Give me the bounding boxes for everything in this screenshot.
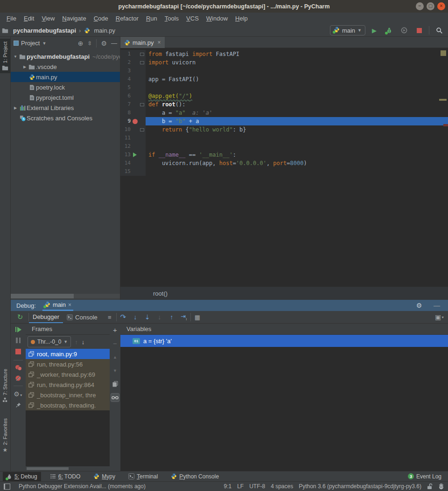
frame-row[interactable]: _worker, thread.py:69 <box>26 369 110 380</box>
menu-navigate[interactable]: Navigate <box>58 14 90 23</box>
toolwindow-button-python-console[interactable]: Python Console <box>167 472 223 481</box>
mute-breakpoints-icon[interactable] <box>15 375 21 381</box>
smart-step-into-icon[interactable]: ↓ <box>154 312 165 322</box>
toolwindow-button-5-debug[interactable]: 5: Debug <box>3 472 41 481</box>
toolwindow-toggle-icon[interactable] <box>4 484 10 490</box>
menu-view[interactable]: View <box>38 14 58 23</box>
fold-marker-icon[interactable] <box>139 128 145 131</box>
debug-session-tab[interactable]: main × <box>42 300 73 311</box>
fold-marker-icon[interactable] <box>139 61 145 64</box>
settings-icon[interactable]: ⚙ <box>101 40 107 47</box>
breakpoint-icon[interactable] <box>131 119 139 124</box>
menu-edit[interactable]: Edit <box>20 14 38 23</box>
gutter[interactable]: 1 <box>120 50 146 58</box>
tree-item-poetry-lock[interactable]: poetry.lock <box>11 82 120 92</box>
toolwindow-button-terminal[interactable]: Terminal <box>125 472 161 481</box>
gutter[interactable]: 15 <box>120 167 146 176</box>
force-step-into-icon[interactable]: ⇣ <box>142 312 153 322</box>
tree-item-main-py[interactable]: main.py <box>11 72 120 82</box>
menu-help[interactable]: Help <box>231 14 252 23</box>
menu-window[interactable]: Window <box>203 14 231 23</box>
settings-icon[interactable]: ⚙▼ <box>14 390 23 398</box>
frame-row[interactable]: run, thread.py:56 <box>26 359 110 369</box>
debug-icon[interactable] <box>384 25 394 35</box>
move-up-icon[interactable]: ▲ <box>111 353 119 361</box>
pause-icon[interactable] <box>16 338 21 345</box>
breakpoint-dot[interactable] <box>133 119 138 124</box>
show-watches-icon[interactable] <box>111 393 119 402</box>
menu-refactor[interactable]: Refactor <box>112 14 142 23</box>
status-message[interactable]: Python Debugger Extension Avail... (mome… <box>19 483 146 490</box>
add-icon[interactable]: + <box>111 325 119 334</box>
fold-square[interactable] <box>140 128 144 131</box>
window-minimize-button[interactable]: − <box>416 2 424 10</box>
caret-position[interactable]: 9:1 <box>224 483 231 490</box>
code-line-15[interactable]: 15 <box>120 167 448 176</box>
tab-console[interactable]: Console <box>63 311 101 323</box>
toolwindow-button-mypy[interactable]: Mypy <box>90 472 119 481</box>
event-log-button[interactable]: 3 Event Log <box>404 472 445 481</box>
lock-icon[interactable] <box>427 483 433 490</box>
run-line-icon[interactable] <box>131 152 139 157</box>
run-arrow[interactable] <box>133 152 137 157</box>
gutter[interactable]: 2 <box>120 58 146 67</box>
frame-row[interactable]: _bootstrap, threading. <box>26 400 110 410</box>
fold-square[interactable] <box>140 53 144 56</box>
run-config-selector[interactable]: main ▼ <box>330 25 365 35</box>
view-breakpoints-icon[interactable] <box>15 365 22 371</box>
indent-setting[interactable]: 4 spaces <box>271 483 293 490</box>
previous-frame-icon[interactable]: ↑ <box>75 339 78 346</box>
pin-icon[interactable] <box>15 402 21 408</box>
evaluate-icon[interactable]: ▦ <box>192 312 203 322</box>
gutter[interactable]: 10 <box>120 125 146 134</box>
chevron-right-icon[interactable]: ▶ <box>22 65 28 69</box>
title-bar[interactable]: pycharmdebugfastapi [~/code/pycharmdebug… <box>0 0 448 13</box>
close-icon[interactable]: × <box>68 302 71 308</box>
tree-item-external-libraries[interactable]: ▶External Libraries <box>11 103 120 113</box>
remove-icon[interactable]: − <box>111 339 119 348</box>
stop-icon[interactable] <box>414 25 424 35</box>
window-close-button[interactable]: × <box>437 2 445 10</box>
tree-item-scratches-and-consoles[interactable]: Scratches and Consoles <box>11 113 120 123</box>
coverage-icon[interactable] <box>399 25 409 35</box>
gutter[interactable]: 3 <box>120 67 146 75</box>
code-line-10[interactable]: 10 return {"hello world": b} <box>120 125 448 134</box>
chevron-right-icon[interactable]: ▶ <box>13 106 18 110</box>
inspections-profile-icon[interactable] <box>438 484 444 490</box>
code-line-8[interactable]: 8 a = "a" a: 'a' <box>120 109 448 117</box>
settings-gear-icon[interactable]: ⚙ <box>413 300 425 311</box>
breadcrumb-project[interactable]: pycharmdebugfastapi <box>13 27 76 34</box>
project-panel-title[interactable]: Project <box>21 40 40 47</box>
next-frame-icon[interactable]: ↓ <box>82 339 85 346</box>
gutter[interactable]: 6 <box>120 92 146 100</box>
code-line-4[interactable]: 4app = FastAPI() <box>120 75 448 83</box>
menu-vcs[interactable]: VCS <box>182 14 203 23</box>
locate-icon[interactable]: ⊕ <box>78 40 84 47</box>
chevron-down-icon[interactable]: ▼ <box>13 55 18 59</box>
editor-tab-mainpy[interactable]: main.py × <box>120 37 165 48</box>
rerun-icon[interactable]: ↻ <box>14 312 26 322</box>
gutter[interactable]: 4 <box>120 75 146 83</box>
thread-dropdown[interactable]: Thr...-0_0 ▼ <box>28 336 71 347</box>
gutter[interactable]: 14 <box>120 159 146 167</box>
run-icon[interactable]: ▶ <box>369 25 379 35</box>
menu-code[interactable]: Code <box>90 14 112 23</box>
close-icon[interactable]: × <box>158 39 161 46</box>
code-line-13[interactable]: 13if __name__ == '__main__': <box>120 151 448 159</box>
hide-icon[interactable]: — <box>111 40 117 47</box>
fold-square[interactable] <box>140 103 144 106</box>
code-line-9[interactable]: 9 b = "b" + a <box>120 117 448 125</box>
code-line-1[interactable]: 1from fastapi import FastAPI <box>120 50 448 58</box>
code-line-3[interactable]: 3 <box>120 67 448 75</box>
gutter[interactable]: 7 <box>120 100 146 109</box>
code-line-11[interactable]: 11 <box>120 134 448 142</box>
menu-tools[interactable]: Tools <box>161 14 182 23</box>
hide-panel-icon[interactable]: — <box>431 300 442 311</box>
frames-hscrollbar[interactable] <box>27 467 69 470</box>
gutter[interactable]: 9 <box>120 117 146 125</box>
variable-row[interactable]: 01a = {str} 'a' <box>120 335 448 347</box>
frame-row[interactable]: root, main.py:9 <box>26 349 110 359</box>
gutter[interactable]: 5 <box>120 83 146 92</box>
duplicate-icon[interactable] <box>111 380 119 388</box>
step-out-icon[interactable]: ↑ <box>166 312 177 322</box>
